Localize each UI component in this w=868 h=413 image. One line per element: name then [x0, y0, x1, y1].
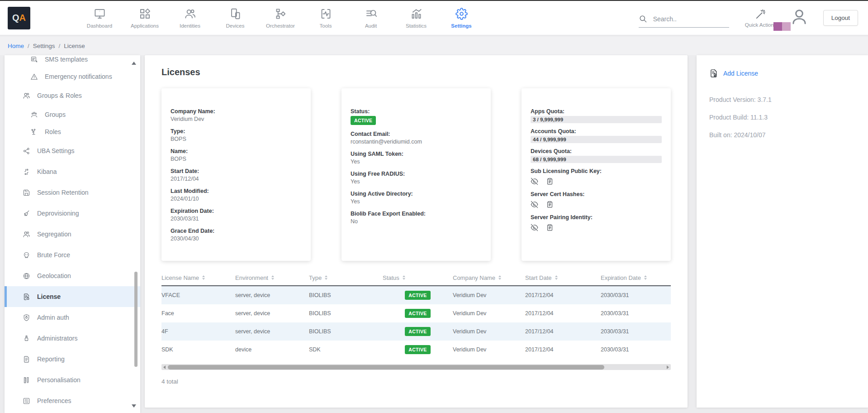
- cell-environment: server, device: [235, 292, 309, 298]
- share-icon: [23, 147, 30, 155]
- sidebar-item-sms-templates[interactable]: SMS templates: [5, 55, 140, 68]
- field-label: Last Modified:: [171, 188, 302, 194]
- table-column-license-name[interactable]: License Name: [161, 274, 235, 281]
- breadcrumb-home[interactable]: Home: [8, 43, 24, 49]
- sliders-icon: [23, 397, 30, 405]
- topnav-item-devices[interactable]: Devices: [213, 8, 258, 29]
- sidebar-item-brute-force[interactable]: Brute Force: [5, 245, 140, 265]
- skull-icon: [23, 251, 30, 259]
- breadcrumb-settings[interactable]: Settings: [33, 43, 55, 49]
- eye-off-icon[interactable]: [531, 224, 538, 231]
- quota-label: Accounts Quota:: [531, 128, 662, 134]
- row-status-badge: ACTIVE: [405, 309, 430, 318]
- personalise-icon: [23, 376, 30, 384]
- sidebar-item-session-retention[interactable]: Session Retention: [5, 182, 140, 203]
- secret-actions: [531, 224, 662, 231]
- table-row-face[interactable]: Face server, device BIOLIBS ACTIVE Verid…: [161, 304, 671, 322]
- horizontal-scrollbar-thumb[interactable]: [168, 365, 604, 370]
- sort-icon: [325, 275, 327, 280]
- magic-wand-icon: [755, 8, 767, 20]
- page-title: Licenses: [161, 67, 671, 77]
- sidebar-item-uba-settings[interactable]: UBA Settings: [5, 140, 140, 161]
- cell-expiration-date: 2030/03/31: [601, 310, 671, 317]
- logo-letter-a: A: [19, 13, 26, 23]
- card-field: Grace End Date: 2030/04/30: [171, 228, 302, 242]
- orchestrator-icon: [275, 8, 287, 20]
- table-row-4f[interactable]: 4F server, device BIOLIBS ACTIVE Veridiu…: [161, 322, 671, 341]
- table-row-vface[interactable]: VFACE server, device BIOLIBS ACTIVE Veri…: [161, 286, 671, 304]
- table-column-environment[interactable]: Environment: [235, 274, 309, 281]
- table-column-start-date[interactable]: Start Date: [525, 274, 601, 281]
- add-license-button[interactable]: Add License: [709, 69, 855, 78]
- sidebar-item-roles[interactable]: Roles: [5, 123, 140, 140]
- topnav-item-identities[interactable]: Identities: [167, 8, 213, 29]
- sidebar-item-kibana[interactable]: Kibana: [5, 161, 140, 182]
- status-label: Status:: [351, 108, 482, 115]
- table-total: 4 total: [161, 378, 671, 385]
- table-body: VFACE server, device BIOLIBS ACTIVE Veri…: [161, 286, 671, 359]
- topnav-item-dashboard[interactable]: Dashboard: [77, 8, 122, 29]
- sms-icon: [30, 56, 38, 63]
- field-label: Expiration Date:: [171, 208, 302, 214]
- topnav-item-audit[interactable]: Audit: [348, 8, 394, 29]
- sidebar-item-groups[interactable]: Groups: [5, 106, 140, 123]
- sidebar-item-deprovisioning[interactable]: Deprovisioning: [5, 203, 140, 224]
- scroll-right-icon[interactable]: [667, 365, 669, 369]
- field-value: No: [351, 218, 482, 225]
- sidebar-scrollbar-thumb[interactable]: [134, 272, 138, 367]
- sidebar-item-reporting[interactable]: Reporting: [5, 349, 140, 370]
- table-column-status[interactable]: Status: [383, 274, 453, 281]
- logout-button[interactable]: Logout: [823, 10, 858, 26]
- clipboard-copy-icon[interactable]: [546, 224, 554, 231]
- sidebar-item-administrators[interactable]: Administrators: [5, 328, 140, 349]
- cell-expiration-date: 2030/03/31: [601, 328, 671, 335]
- quota-bar: 3 / 9,999,999: [531, 116, 662, 123]
- primary-nav: Dashboard Applications Identities Device…: [77, 8, 484, 29]
- field-label: Type:: [171, 128, 302, 134]
- clipboard-copy-icon[interactable]: [546, 201, 554, 208]
- sidebar-item-geolocation[interactable]: Geolocation: [5, 265, 140, 286]
- license-info-card: Company Name: Veridium Dev Type: BOPS Na…: [161, 88, 311, 261]
- swatch-pink: [782, 22, 791, 31]
- sidebar-scroll-up-icon[interactable]: [132, 62, 136, 65]
- kibana-icon: [23, 168, 30, 176]
- eye-off-icon[interactable]: [531, 201, 538, 208]
- field-label: Using Active Directory:: [351, 191, 482, 197]
- scroll-left-icon[interactable]: [163, 365, 166, 369]
- secret-field: Sub Licensing Public Key:: [531, 168, 662, 185]
- sidebar-item-admin-auth[interactable]: Admin auth: [5, 307, 140, 328]
- sidebar-item-license[interactable]: License: [5, 286, 140, 307]
- secret-field: Server Cert Hashes:: [531, 191, 662, 208]
- cell-license-name: SDK: [161, 346, 235, 353]
- topnav-item-applications[interactable]: Applications: [122, 8, 167, 29]
- table-column-type[interactable]: Type: [309, 274, 383, 281]
- topnav-item-orchestrator[interactable]: Orchestrator: [258, 8, 303, 29]
- cell-license-name: 4F: [161, 328, 235, 335]
- table-column-company-name[interactable]: Company Name: [453, 274, 525, 281]
- table-row-sdk[interactable]: SDK device SDK ACTIVE Veridium Dev 2017/…: [161, 341, 671, 359]
- topbar-right: Quick Actions Logout: [639, 7, 858, 29]
- product-version: Product Version: 3.7.1: [709, 96, 855, 103]
- topnav-item-settings[interactable]: Settings: [439, 8, 484, 29]
- avatar-icon[interactable]: [790, 7, 809, 26]
- sidebar-scroll-down-icon[interactable]: [132, 404, 136, 408]
- sidebar-item-personalisation[interactable]: Personalisation: [5, 370, 140, 390]
- sidebar-item-groups-roles[interactable]: Groups & Roles: [5, 85, 140, 106]
- search-input[interactable]: [653, 15, 721, 23]
- sidebar-item-segregation[interactable]: Segregation: [5, 224, 140, 245]
- field-value: Yes: [351, 178, 482, 185]
- eye-off-icon[interactable]: [531, 178, 538, 185]
- sidebar-item-emergency-notifications[interactable]: Emergency notifications: [5, 68, 140, 85]
- search-icon: [639, 14, 647, 23]
- table-column-expiration-date[interactable]: Expiration Date: [601, 274, 671, 281]
- identities-icon: [184, 8, 196, 20]
- app-logo[interactable]: Q A: [8, 7, 30, 29]
- sidebar-item-internationalisation[interactable]: Internationalisation: [5, 411, 140, 413]
- sidebar-item-preferences[interactable]: Preferences: [5, 390, 140, 411]
- clipboard-copy-icon[interactable]: [546, 178, 554, 185]
- swatch-purple: [773, 22, 782, 31]
- topnav-item-statistics[interactable]: Statistics: [394, 8, 439, 29]
- globe-icon: [23, 272, 30, 280]
- topnav-item-tools[interactable]: Tools: [303, 8, 348, 29]
- theme-swatches: [773, 22, 791, 31]
